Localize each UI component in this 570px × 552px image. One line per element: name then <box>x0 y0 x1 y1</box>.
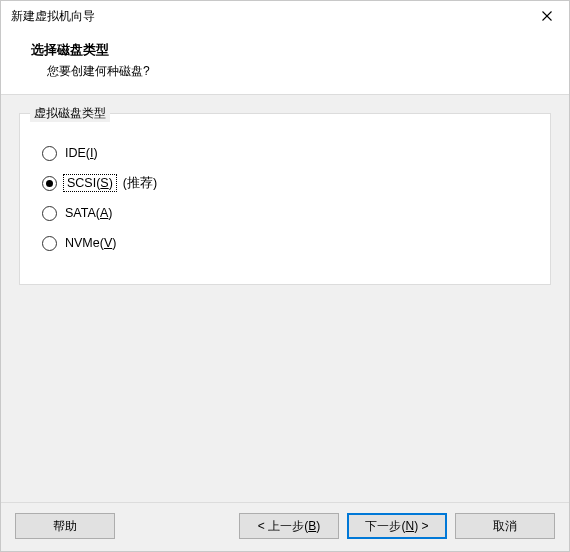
wizard-subheading: 您要创建何种磁盘? <box>31 63 551 80</box>
radio-label: IDE(I) <box>65 146 98 160</box>
radio-option-ide[interactable]: IDE(I) <box>42 142 528 164</box>
radio-text: SATA(A) <box>65 206 112 220</box>
radio-suffix: (推荐) <box>123 175 157 192</box>
radio-icon <box>42 236 57 251</box>
window-title: 新建虚拟机向导 <box>11 8 95 25</box>
back-button[interactable]: < 上一步(B) <box>239 513 339 539</box>
cancel-button[interactable]: 取消 <box>455 513 555 539</box>
radio-option-sata[interactable]: SATA(A) <box>42 202 528 224</box>
help-button[interactable]: 帮助 <box>15 513 115 539</box>
wizard-footer: 帮助 < 上一步(B) 下一步(N) > 取消 <box>1 502 569 551</box>
radio-option-nvme[interactable]: NVMe(V) <box>42 232 528 254</box>
radio-text: IDE(I) <box>65 146 98 160</box>
group-legend: 虚拟磁盘类型 <box>30 105 110 122</box>
disk-type-group: 虚拟磁盘类型 IDE(I) SCSI(S) (推荐) SATA(A) <box>19 113 551 285</box>
wizard-heading: 选择磁盘类型 <box>31 41 551 59</box>
radio-icon <box>42 206 57 221</box>
radio-text: SCSI(S) <box>65 176 115 190</box>
titlebar: 新建虚拟机向导 <box>1 1 569 31</box>
close-icon <box>542 11 552 21</box>
window-close-button[interactable] <box>524 1 569 31</box>
radio-icon <box>42 176 57 191</box>
radio-label: SCSI(S) <box>65 176 115 190</box>
radio-label: NVMe(V) <box>65 236 116 250</box>
radio-label: SATA(A) <box>65 206 112 220</box>
radio-icon <box>42 146 57 161</box>
radio-text: NVMe(V) <box>65 236 116 250</box>
radio-option-scsi[interactable]: SCSI(S) (推荐) <box>42 172 528 194</box>
next-button[interactable]: 下一步(N) > <box>347 513 447 539</box>
wizard-content: 虚拟磁盘类型 IDE(I) SCSI(S) (推荐) SATA(A) <box>1 95 569 502</box>
wizard-header: 选择磁盘类型 您要创建何种磁盘? <box>1 31 569 95</box>
